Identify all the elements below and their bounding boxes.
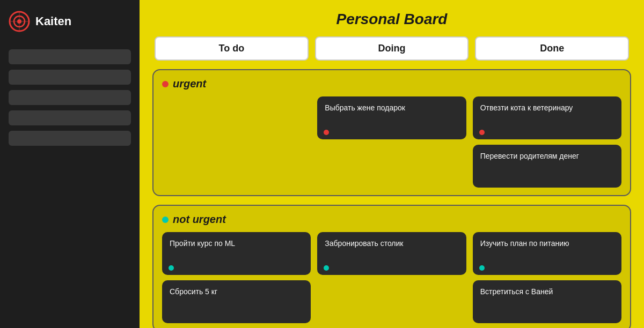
card-zabronirivat-stolik[interactable]: Забронировать столик	[317, 232, 466, 275]
card-vybrat-zhene[interactable]: Выбрать жене подарок	[317, 96, 466, 139]
sidebar-item[interactable]	[9, 110, 131, 125]
swimlane-label-not-urgent: not urgent	[162, 213, 621, 226]
column-header-todo[interactable]: To do	[155, 36, 309, 61]
card-vstretitsya-vaney[interactable]: Встретиться с Ваней	[473, 280, 621, 323]
card-proyti-kurs-ml[interactable]: Пройти курс по ML	[162, 232, 311, 275]
urgent-dot	[162, 81, 169, 87]
logo[interactable]: Kaiten	[9, 11, 131, 32]
card-dot-cyan	[324, 265, 329, 271]
card-izuchit-plan[interactable]: Изучить план по питанию	[473, 232, 621, 275]
column-header-doing[interactable]: Doing	[315, 36, 469, 61]
not-urgent-todo-column: Пройти курс по ML Сбросить 5 кг	[162, 232, 311, 323]
sidebar-item[interactable]	[9, 131, 131, 146]
not-urgent-doing-column: Забронировать столик	[317, 232, 466, 275]
sidebar-navigation	[9, 49, 131, 146]
sidebar: Kaiten	[0, 0, 140, 328]
card-otveztit-kota[interactable]: Отвезти кота к ветеринару	[473, 96, 621, 139]
card-sbrosit-5kg[interactable]: Сбросить 5 кг	[162, 280, 311, 323]
swimlane-urgent-grid: Выбрать жене подарок Отвезти кота к вете…	[162, 96, 621, 188]
app-name: Kaiten	[35, 14, 71, 28]
card-dot-red	[479, 130, 485, 135]
card-perevesti-roditelyam[interactable]: Перевести родителям денег	[473, 145, 621, 188]
card-dot-cyan	[169, 265, 174, 271]
column-header-done[interactable]: Done	[475, 36, 629, 61]
card-dot-cyan	[479, 265, 485, 271]
not-urgent-done-column: Изучить план по питанию Встретиться с Ва…	[473, 232, 621, 323]
main-board: Personal Board To do Doing Done urgent В…	[140, 0, 644, 328]
board-title: Personal Board	[152, 11, 631, 28]
swimlane-label-urgent: urgent	[162, 78, 621, 90]
swimlane-not-urgent-grid: Пройти курс по ML Сбросить 5 кг Забронир…	[162, 232, 621, 323]
urgent-doing-column: Выбрать жене подарок	[317, 96, 466, 139]
column-headers: To do Doing Done	[152, 36, 631, 61]
swimlane-urgent: urgent Выбрать жене подарок Отвезти кота…	[152, 69, 631, 196]
urgent-done-column: Отвезти кота к ветеринару Перевести роди…	[473, 96, 621, 188]
swimlane-not-urgent: not urgent Пройти курс по ML Сбросить 5 …	[152, 205, 631, 328]
card-dot-red	[324, 130, 329, 135]
kaiten-logo-icon	[9, 11, 30, 32]
sidebar-item[interactable]	[9, 90, 131, 105]
not-urgent-dot	[162, 217, 169, 223]
sidebar-item[interactable]	[9, 70, 131, 85]
sidebar-item[interactable]	[9, 49, 131, 64]
